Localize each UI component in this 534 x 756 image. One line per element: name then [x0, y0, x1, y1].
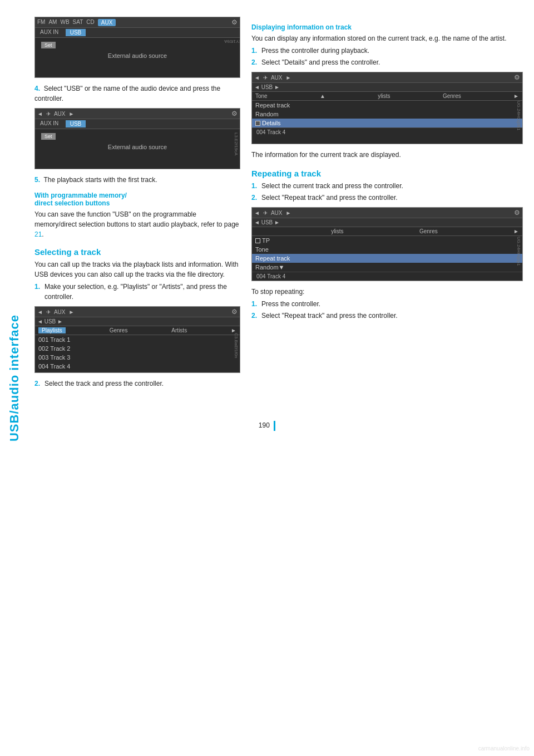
stop-step1-num: 1.: [251, 299, 257, 309]
screen5-col-headers: ylists Genres ►: [252, 227, 522, 236]
screen5-id: UG.24HHq0p1: [516, 237, 521, 266]
stop-step2: 2. Select "Repeat track" and press the c…: [251, 311, 523, 321]
s4-nr: ►: [285, 75, 291, 81]
step5-text: 5. The playback starts with the first tr…: [34, 175, 240, 185]
screen5-wrap: ◄ ✈ AUX ► ⚙ ◄ USB ► ylists Genres ►: [251, 207, 523, 281]
aux-in-label: AUX IN: [37, 29, 63, 36]
s4-usb: ◄ USB ►: [254, 84, 280, 90]
rep-step1-num: 1.: [251, 181, 257, 191]
settings-icon5: ⚙: [514, 209, 520, 217]
step4-num: 4.: [34, 85, 40, 92]
screen2-id: L3.E2f19cA: [234, 132, 239, 155]
nav-aux: AUX: [54, 111, 66, 117]
page-link[interactable]: 21: [34, 230, 42, 238]
step5-num: 5.: [34, 176, 40, 184]
set-button[interactable]: Set: [41, 42, 56, 48]
aux-in-label2: AUX IN: [37, 120, 63, 127]
col-genres: Genres: [110, 327, 128, 333]
track-001: 001 Track 1: [35, 335, 240, 344]
screen3-col-headers: Playlists Genres Artists ►: [35, 326, 240, 335]
item-repeat: Repeat track: [252, 101, 522, 110]
screen2-second-row: AUX IN USB: [35, 119, 240, 129]
screen4-second-row: ◄ USB ►: [252, 83, 522, 92]
screen1-header: FM AM WB SAT CD AUX ⚙: [35, 17, 240, 28]
screen2-nav: ◄ ✈ AUX ►: [37, 111, 74, 117]
screen1: FM AM WB SAT CD AUX ⚙ AUX IN USB Set E: [34, 17, 240, 78]
screen4-id: UG.24HCq0B1: [516, 101, 521, 130]
select-step2: 2. Select the track and press the contro…: [34, 379, 240, 389]
page-bar: [274, 421, 275, 431]
disp-steps: 1. Press the controller during playback.…: [251, 46, 523, 67]
s4-aux: AUX: [271, 75, 283, 81]
screen5-header: ◄ ✈ AUX ► ⚙: [252, 208, 522, 218]
s4-arrow-right: ►: [513, 93, 519, 99]
s5-ylists: ylists: [331, 228, 343, 234]
s3-nav-right: ►: [68, 309, 74, 315]
s4-ylists: ylists: [378, 93, 390, 99]
screen4-footer: 004 Track 4: [252, 127, 522, 136]
screen3-nav: ◄ ✈ AUX ►: [37, 309, 74, 315]
s4-tone-label: Tone: [255, 93, 268, 99]
tab-am: AM: [48, 19, 57, 26]
screen3-tracks: 001 Track 1 002 Track 2 003 Track 3 004 …: [35, 335, 240, 371]
screen1-tabs: FM AM WB SAT CD AUX: [37, 19, 116, 26]
screen2-wrap: ◄ ✈ AUX ► ⚙ AUX IN USB Set External audi…: [34, 108, 240, 169]
s5-plane: ✈: [263, 210, 268, 216]
s3-usb: ◄ USB ►: [37, 318, 63, 325]
screen5-nav: ◄ ✈ AUX ►: [254, 210, 291, 216]
s5-usb: ◄ USB ►: [254, 219, 280, 225]
settings-icon4: ⚙: [514, 73, 520, 81]
s5-genres: Genres: [419, 228, 438, 234]
external-audio-label2: External audio source: [39, 141, 235, 153]
random-arrow: ▼: [279, 264, 285, 271]
s3-nav-left: ◄: [37, 309, 43, 315]
screen5-items: TP Tone Repeat track Random ▼: [252, 236, 522, 272]
stop-steps: 1. Press the controller. 2. Select "Repe…: [251, 299, 523, 321]
screen3: ◄ ✈ AUX ► ⚙ ◄ USB ► Playlists Genres Art…: [34, 306, 240, 373]
screen4-col-headers: Tone ▲ ylists Genres ►: [252, 92, 522, 101]
screen3-id: C3.BaEf1f0n: [234, 333, 239, 358]
s5-nr: ►: [285, 210, 291, 216]
selecting-text: You can call up the tracks via the playb…: [34, 259, 240, 279]
col-artists: Artists: [171, 327, 187, 333]
screen4: ◄ ✈ AUX ► ⚙ ◄ USB ► Tone ▲ ylists Genres…: [251, 72, 523, 144]
s5-arrow-right: ►: [513, 228, 519, 234]
col-playlists[interactable]: Playlists: [38, 327, 66, 333]
screen1-wrap: FM AM WB SAT CD AUX ⚙ AUX IN USB Set E: [34, 17, 240, 78]
screen5-footer: 004 Track 4: [252, 272, 522, 281]
rep-steps: 1. Select the current track and press th…: [251, 181, 523, 203]
s4-genres: Genres: [443, 93, 461, 99]
disp-step2-num: 2.: [251, 57, 257, 67]
screen1-id: L3.EY1f09A: [224, 39, 240, 44]
item-repeat-track[interactable]: Repeat track: [252, 254, 522, 263]
screen4-nav: ◄ ✈ AUX ►: [254, 75, 291, 81]
s4-nl: ◄: [254, 75, 260, 81]
nav-plane-icon: ✈: [46, 111, 51, 117]
s3-nav-plane: ✈: [46, 309, 51, 315]
s3-nav-aux: AUX: [54, 309, 66, 315]
tab-wb: WB: [60, 19, 69, 26]
screen3-second-row: ◄ USB ►: [35, 317, 240, 326]
rep-step1: 1. Select the current track and press th…: [251, 181, 523, 191]
nav-left: ◄: [37, 111, 43, 117]
external-audio-label: External audio source: [39, 50, 235, 61]
with-prog-title: With programmable memory/direct selectio…: [34, 192, 240, 207]
s4-arrow-up: ▲: [320, 93, 325, 99]
stop-repeating-text: To stop repeating:: [251, 287, 523, 297]
item-random: Random: [252, 110, 522, 119]
screen2: ◄ ✈ AUX ► ⚙ AUX IN USB Set External audi…: [34, 108, 240, 169]
left-column: FM AM WB SAT CD AUX ⚙ AUX IN USB Set E: [34, 17, 240, 393]
repeating-title: Repeating a track: [251, 169, 523, 178]
disp-step1-num: 1.: [251, 46, 257, 56]
select-steps2: 2. Select the track and press the contro…: [34, 379, 240, 389]
s5-aux: AUX: [271, 210, 283, 216]
s5-nl: ◄: [254, 210, 260, 216]
select-step1: 1. Make your selection, e.g. "Playlists"…: [34, 282, 240, 302]
usb-active-btn[interactable]: USB: [66, 120, 86, 127]
set-button2[interactable]: Set: [41, 133, 56, 140]
select-steps: 1. Make your selection, e.g. "Playlists"…: [34, 282, 240, 302]
select-step2-num: 2.: [34, 379, 40, 389]
tab-aux-active[interactable]: AUX: [98, 19, 116, 26]
tab-cd: CD: [86, 19, 94, 26]
item-details[interactable]: Details: [252, 119, 522, 127]
